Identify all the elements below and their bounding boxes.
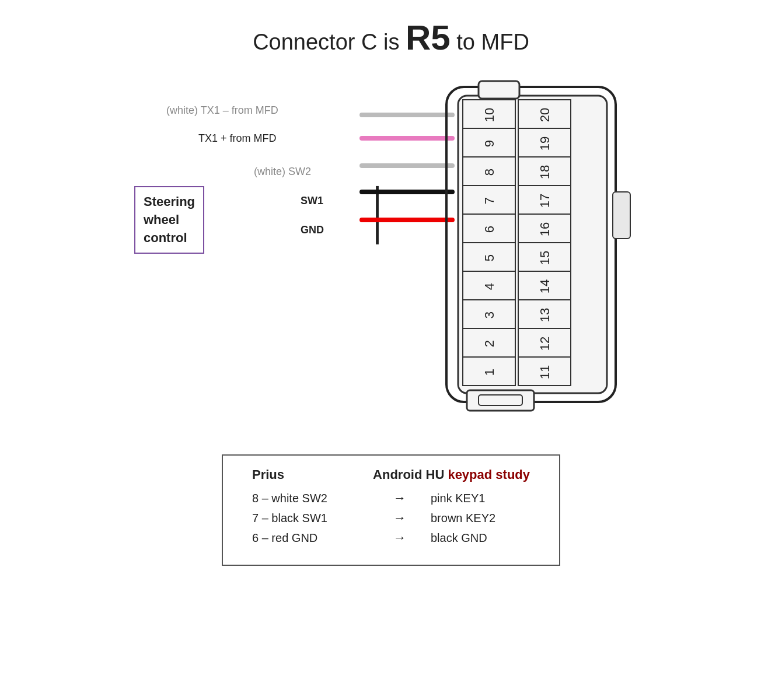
arrow-icon: → bbox=[393, 530, 406, 545]
svg-text:5: 5 bbox=[482, 254, 497, 261]
svg-text:4: 4 bbox=[482, 283, 497, 290]
label-gnd: GND bbox=[301, 224, 324, 236]
info-table: Prius Android HU keypad study 8 – white … bbox=[222, 454, 560, 566]
android-val: black GND bbox=[431, 531, 530, 545]
prius-val: 8 – white SW2 bbox=[252, 492, 369, 505]
svg-text:13: 13 bbox=[537, 308, 552, 322]
swc-box: Steeringwheelcontrol bbox=[134, 186, 204, 254]
prius-val: 7 – black SW1 bbox=[252, 512, 369, 525]
svg-text:14: 14 bbox=[537, 279, 552, 293]
svg-text:1: 1 bbox=[482, 369, 497, 376]
svg-rect-50 bbox=[613, 192, 630, 239]
page-title: Connector C is R5 to MFD bbox=[0, 0, 782, 58]
android-val: brown KEY2 bbox=[431, 512, 530, 525]
svg-text:8: 8 bbox=[482, 169, 497, 176]
title-r5: R5 bbox=[406, 18, 451, 57]
svg-text:3: 3 bbox=[482, 312, 497, 318]
arrow-icon: → bbox=[393, 510, 406, 526]
svg-rect-48 bbox=[467, 390, 534, 411]
table-rows: 8 – white SW2 → pink KEY1 7 – black SW1 … bbox=[252, 491, 530, 545]
svg-text:10: 10 bbox=[482, 108, 497, 122]
col-prius-header: Prius bbox=[252, 467, 369, 482]
svg-text:15: 15 bbox=[537, 251, 552, 265]
table-row: 7 – black SW1 → brown KEY2 bbox=[252, 510, 530, 526]
col-android-header: Android HU keypad study bbox=[373, 467, 530, 482]
label-sw2-white: (white) SW2 bbox=[254, 166, 311, 178]
connector-diagram: 10 9 8 7 6 5 4 3 2 1 bbox=[356, 75, 636, 419]
title-suffix: to MFD bbox=[451, 30, 529, 54]
svg-text:19: 19 bbox=[537, 136, 552, 150]
svg-text:16: 16 bbox=[537, 222, 552, 236]
prius-val: 6 – red GND bbox=[252, 531, 369, 545]
svg-text:17: 17 bbox=[537, 194, 552, 208]
table-header-row: Prius Android HU keypad study bbox=[252, 467, 530, 482]
label-tx1-plus: TX1 + from MFD bbox=[198, 132, 277, 145]
svg-text:9: 9 bbox=[482, 140, 497, 147]
title-prefix: Connector C is bbox=[253, 30, 406, 54]
col-keypad-study: keypad study bbox=[448, 467, 530, 482]
label-tx1-white: (white) TX1 – from MFD bbox=[166, 104, 278, 117]
svg-text:12: 12 bbox=[537, 337, 552, 351]
diagram-area: Steeringwheelcontrol ⎹ (white) TX1 – fro… bbox=[128, 75, 654, 437]
svg-rect-47 bbox=[479, 81, 519, 99]
svg-text:6: 6 bbox=[482, 226, 497, 233]
android-val: pink KEY1 bbox=[431, 492, 530, 505]
arrow-icon: → bbox=[393, 491, 406, 506]
label-sw1: SW1 bbox=[301, 195, 323, 207]
main-content: Steeringwheelcontrol ⎹ (white) TX1 – fro… bbox=[0, 69, 782, 566]
table-row: 8 – white SW2 → pink KEY1 bbox=[252, 491, 530, 506]
svg-text:7: 7 bbox=[482, 197, 497, 204]
svg-rect-6 bbox=[458, 96, 607, 393]
svg-text:18: 18 bbox=[537, 165, 552, 179]
col-android-label: Android HU bbox=[373, 467, 448, 482]
svg-text:11: 11 bbox=[537, 365, 552, 379]
svg-text:2: 2 bbox=[482, 340, 497, 347]
svg-text:20: 20 bbox=[537, 108, 552, 122]
table-row: 6 – red GND → black GND bbox=[252, 530, 530, 545]
